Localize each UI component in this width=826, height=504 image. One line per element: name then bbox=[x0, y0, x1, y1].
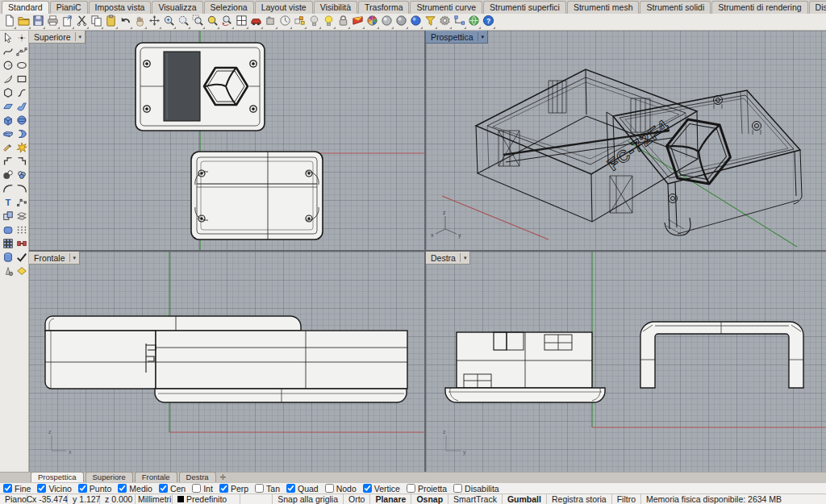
vertice-osnap-checkbox[interactable] bbox=[363, 484, 372, 493]
surface-patch-button[interactable] bbox=[15, 101, 28, 115]
rounded-box-button[interactable] bbox=[1, 224, 15, 238]
sphere-button[interactable] bbox=[15, 115, 28, 128]
cplane-cell[interactable]: PianoC bbox=[0, 494, 27, 504]
medio-osnap-toggle[interactable]: Medio bbox=[118, 484, 152, 494]
pianic-menu-tab[interactable]: PianiC bbox=[50, 1, 88, 14]
chevron-down-icon[interactable]: ▾ bbox=[480, 34, 486, 40]
render-button[interactable] bbox=[380, 15, 394, 29]
set-cplane-button[interactable] bbox=[278, 15, 292, 29]
paste-button[interactable] bbox=[104, 15, 118, 29]
cone-button[interactable] bbox=[1, 265, 15, 279]
disabilita-osnap-toggle[interactable]: Disabilita bbox=[453, 484, 499, 494]
chevron-down-icon[interactable]: ▾ bbox=[72, 255, 78, 261]
viewport-title-superiore[interactable]: Superiore ▾ bbox=[29, 31, 86, 44]
layout-viste-menu-tab[interactable]: Layout viste bbox=[255, 1, 313, 14]
destra-viewport-tab[interactable]: Destra bbox=[179, 472, 216, 482]
rendered-display-button[interactable] bbox=[365, 15, 379, 29]
visualizza-menu-tab[interactable]: Visualizza bbox=[152, 1, 202, 14]
viewport-title-frontale[interactable]: Frontale ▾ bbox=[29, 252, 80, 264]
blend-curve-button[interactable] bbox=[1, 183, 15, 197]
nodo-osnap-toggle[interactable]: Nodo bbox=[325, 484, 357, 494]
cen-osnap-toggle[interactable]: Cen bbox=[159, 484, 186, 494]
render-preview-button[interactable] bbox=[394, 15, 408, 29]
chamfer-edge-button[interactable] bbox=[15, 156, 28, 169]
int-osnap-checkbox[interactable] bbox=[192, 484, 201, 493]
record-history-button[interactable] bbox=[453, 15, 466, 29]
named-views-button[interactable] bbox=[249, 15, 263, 29]
fine-osnap-toggle[interactable]: Fine bbox=[3, 484, 31, 494]
set-view-button[interactable] bbox=[264, 15, 277, 29]
add-viewport-tab-button[interactable]: ✛ bbox=[218, 473, 229, 482]
current-layer-cell[interactable]: Predefinito bbox=[173, 494, 240, 504]
perp-osnap-toggle[interactable]: Perp bbox=[219, 484, 248, 494]
control-points-on-button[interactable] bbox=[15, 197, 28, 210]
proietta-osnap-toggle[interactable]: Proietta bbox=[407, 484, 447, 494]
viewport-title-label[interactable]: Frontale bbox=[34, 253, 65, 263]
viewport-title-label[interactable]: Superiore bbox=[34, 32, 71, 42]
show-objects-button[interactable] bbox=[322, 15, 336, 29]
smarttrack-status-pane[interactable]: SmartTrack bbox=[448, 494, 502, 504]
explode-button[interactable] bbox=[15, 142, 28, 156]
planare-status-pane[interactable]: Planare bbox=[369, 494, 411, 504]
display-mode-button[interactable] bbox=[351, 15, 365, 29]
registra-storia-status-pane[interactable]: Registra storia bbox=[546, 494, 611, 504]
gumball-status-pane[interactable]: Gumball bbox=[502, 494, 546, 504]
check-selection-button[interactable] bbox=[15, 252, 28, 265]
trasforma-menu-tab[interactable]: Trasforma bbox=[358, 1, 409, 14]
frontale-viewport-tab[interactable]: Frontale bbox=[135, 472, 177, 482]
surface-revolve-button[interactable] bbox=[15, 128, 28, 142]
freeform-curve-button[interactable] bbox=[15, 87, 28, 101]
copy-to-clipboard-button[interactable] bbox=[60, 15, 74, 29]
render-settings-button[interactable] bbox=[409, 15, 423, 29]
proietta-osnap-checkbox[interactable] bbox=[407, 484, 415, 493]
viewport-layout-button[interactable] bbox=[235, 15, 248, 29]
strumenti-superfici-menu-tab[interactable]: Strumenti superfici bbox=[483, 1, 566, 14]
strumenti-mesh-menu-tab[interactable]: Strumenti mesh bbox=[567, 1, 640, 14]
box-button[interactable] bbox=[1, 115, 15, 128]
cplane-preset-button[interactable] bbox=[15, 265, 28, 279]
rotate-view-button[interactable] bbox=[148, 15, 161, 29]
standard-menu-tab[interactable]: Standard bbox=[2, 1, 49, 14]
arc-button[interactable] bbox=[1, 73, 15, 87]
orto-status-pane[interactable]: Orto bbox=[343, 494, 369, 504]
nodo-osnap-checkbox[interactable] bbox=[325, 484, 334, 493]
zoom-button[interactable] bbox=[162, 15, 176, 29]
cut-button[interactable] bbox=[75, 15, 89, 29]
open-file-button[interactable] bbox=[17, 15, 31, 29]
square-grid-button[interactable] bbox=[1, 238, 15, 252]
boolean-union-button[interactable] bbox=[15, 169, 28, 183]
selection-filter-button[interactable] bbox=[423, 15, 437, 29]
circle-button[interactable] bbox=[1, 60, 15, 73]
interpolated-curve-button[interactable] bbox=[1, 46, 15, 60]
filtro-status-pane[interactable]: Filtro bbox=[611, 494, 640, 504]
save-file-button[interactable] bbox=[31, 15, 45, 29]
make-2d-button[interactable] bbox=[15, 210, 28, 224]
viewport-destra[interactable]: z y Destra ▾ bbox=[426, 252, 826, 472]
point-grid-button[interactable] bbox=[15, 224, 28, 238]
rectangle-button[interactable] bbox=[15, 73, 28, 87]
viewport-title-label[interactable]: Destra bbox=[431, 253, 456, 263]
control-point-curve-button[interactable] bbox=[15, 46, 28, 60]
boolean-difference-button[interactable] bbox=[1, 169, 15, 183]
osnap-status-pane[interactable]: Osnap bbox=[411, 494, 448, 504]
fine-osnap-checkbox[interactable] bbox=[3, 484, 12, 493]
zoom-selected-button[interactable] bbox=[206, 15, 219, 29]
undo-button[interactable] bbox=[119, 15, 132, 29]
zoom-window-button[interactable] bbox=[191, 15, 205, 29]
pan-view-button[interactable] bbox=[133, 15, 147, 29]
polygon-button[interactable] bbox=[1, 87, 15, 101]
undo-view-change-button[interactable] bbox=[220, 15, 234, 29]
tan-osnap-toggle[interactable]: Tan bbox=[255, 484, 280, 494]
strumenti-solidi-menu-tab[interactable]: Strumenti solidi bbox=[640, 1, 711, 14]
fillet-edge-button[interactable] bbox=[1, 156, 15, 169]
cylinder-button[interactable] bbox=[1, 252, 15, 265]
disabilita-osnap-checkbox[interactable] bbox=[453, 484, 462, 493]
new-document-button[interactable] bbox=[2, 15, 16, 29]
lock-objects-button[interactable] bbox=[336, 15, 350, 29]
imposta-vista-menu-tab[interactable]: Imposta vista bbox=[89, 1, 152, 14]
zoom-dynamic-button[interactable] bbox=[177, 15, 190, 29]
viewport-title-label[interactable]: Prospettica bbox=[431, 32, 473, 42]
perp-osnap-checkbox[interactable] bbox=[219, 484, 228, 493]
chevron-down-icon[interactable]: ▾ bbox=[462, 255, 469, 261]
chevron-down-icon[interactable]: ▾ bbox=[77, 34, 84, 40]
